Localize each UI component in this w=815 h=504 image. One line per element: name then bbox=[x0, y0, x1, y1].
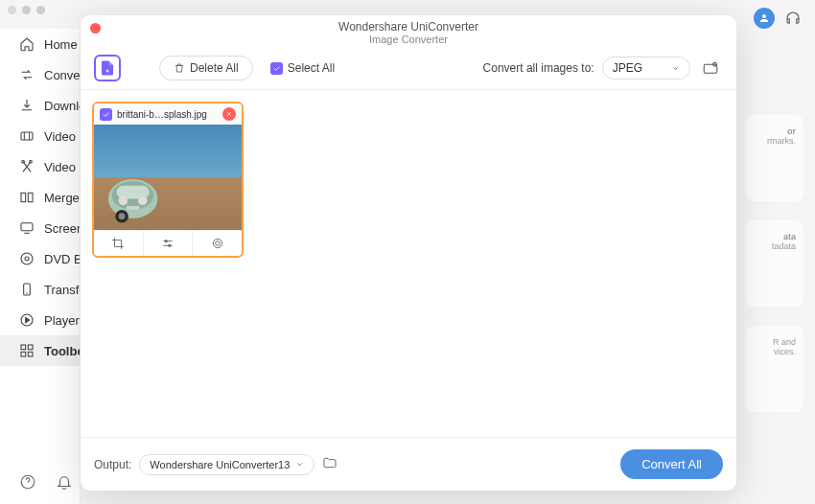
bell-icon[interactable] bbox=[56, 473, 73, 494]
convert-all-button[interactable]: Convert All bbox=[620, 449, 723, 479]
file-grid: brittani-b…splash.jpg bbox=[81, 90, 736, 437]
svg-point-6 bbox=[21, 253, 33, 264]
sidebar-item-screen[interactable]: Screen Recorder bbox=[0, 213, 80, 243]
settings-button[interactable] bbox=[698, 56, 723, 80]
bg-cards: orrmarks. atatadata R andvices. bbox=[746, 115, 803, 412]
select-all-label: Select All bbox=[288, 61, 335, 75]
remove-file-button[interactable] bbox=[222, 107, 236, 121]
svg-point-25 bbox=[165, 241, 167, 242]
sidebar: Home Convert Download Video Compressor V… bbox=[0, 29, 81, 504]
sidebar-label: Home bbox=[44, 37, 78, 52]
select-all-checkbox[interactable]: Select All bbox=[270, 61, 335, 75]
toolbar: Delete All Select All Convert all images… bbox=[81, 45, 736, 90]
svg-rect-10 bbox=[21, 345, 26, 350]
close-dot[interactable] bbox=[8, 6, 16, 14]
image-converter-modal: Wondershare UniConverter Image Converter… bbox=[81, 15, 736, 491]
chevron-down-icon bbox=[671, 64, 680, 73]
adjust-button[interactable] bbox=[143, 231, 193, 256]
svg-point-1 bbox=[22, 160, 25, 163]
sidebar-item-compressor[interactable]: Video Compressor bbox=[0, 121, 80, 151]
sidebar-label: DVD Burner bbox=[44, 252, 80, 266]
sidebar-label: Merger bbox=[44, 191, 80, 205]
effect-button[interactable] bbox=[192, 231, 242, 256]
svg-rect-12 bbox=[21, 352, 26, 356]
zoom-dot[interactable] bbox=[36, 6, 45, 14]
crop-button[interactable] bbox=[94, 231, 143, 256]
svg-point-28 bbox=[213, 239, 221, 247]
bottom-bar: Output: Wondershare UniConverter13 Conve… bbox=[81, 437, 736, 491]
svg-point-2 bbox=[30, 160, 33, 163]
svg-point-23 bbox=[138, 196, 148, 206]
output-path-value: Wondershare UniConverter13 bbox=[150, 459, 290, 470]
delete-all-button[interactable]: Delete All bbox=[159, 56, 253, 80]
svg-rect-4 bbox=[28, 193, 33, 201]
sidebar-item-transfer[interactable]: Transfer bbox=[0, 274, 80, 305]
delete-label: Delete All bbox=[190, 61, 239, 75]
file-thumbnail bbox=[94, 125, 242, 230]
sidebar-item-home[interactable]: Home bbox=[0, 29, 80, 59]
modal-title: Wondershare UniConverter bbox=[81, 15, 736, 34]
svg-rect-0 bbox=[21, 132, 33, 140]
sidebar-item-merger[interactable]: Merger bbox=[0, 182, 80, 213]
file-card[interactable]: brittani-b…splash.jpg bbox=[92, 102, 244, 258]
chevron-down-icon bbox=[295, 460, 304, 469]
sidebar-label: Video Compressor bbox=[44, 129, 80, 144]
sidebar-item-player[interactable]: Player bbox=[0, 305, 80, 335]
format-select[interactable]: JPEG bbox=[602, 57, 690, 80]
minimize-dot[interactable] bbox=[22, 6, 31, 14]
svg-point-26 bbox=[169, 244, 171, 246]
sidebar-label: Transfer bbox=[44, 283, 80, 297]
sidebar-item-convert[interactable]: Convert bbox=[0, 59, 80, 90]
user-avatar[interactable] bbox=[754, 8, 775, 29]
sidebar-item-editor[interactable]: Video Editor bbox=[0, 151, 80, 182]
sidebar-label: Convert bbox=[44, 68, 80, 82]
output-path-select[interactable]: Wondershare UniConverter13 bbox=[139, 454, 314, 475]
open-folder-button[interactable] bbox=[322, 455, 338, 474]
output-label: Output: bbox=[94, 458, 131, 471]
sidebar-item-toolbox[interactable]: Toolbox bbox=[0, 335, 80, 366]
sidebar-item-download[interactable]: Download bbox=[0, 90, 80, 121]
close-icon[interactable] bbox=[90, 23, 101, 34]
file-checkbox[interactable] bbox=[100, 108, 112, 121]
support-icon[interactable] bbox=[784, 10, 802, 31]
add-file-button[interactable] bbox=[94, 55, 121, 81]
modal-subtitle: Image Converter bbox=[81, 34, 736, 45]
sidebar-label: Video Editor bbox=[44, 160, 80, 174]
svg-rect-13 bbox=[28, 352, 33, 356]
svg-rect-5 bbox=[21, 223, 33, 231]
sidebar-label: Player bbox=[44, 313, 80, 328]
svg-point-22 bbox=[119, 196, 128, 206]
svg-point-21 bbox=[119, 213, 126, 219]
svg-rect-3 bbox=[21, 193, 26, 201]
sidebar-label: Screen Recorder bbox=[44, 221, 80, 236]
format-value: JPEG bbox=[613, 61, 642, 75]
convert-to-label: Convert all images to: bbox=[483, 61, 594, 75]
sidebar-label: Toolbox bbox=[44, 344, 80, 358]
svg-point-7 bbox=[25, 257, 29, 261]
file-name: brittani-b…splash.jpg bbox=[117, 109, 218, 120]
svg-rect-24 bbox=[127, 206, 140, 210]
help-icon[interactable] bbox=[19, 473, 36, 494]
svg-rect-11 bbox=[28, 345, 33, 350]
svg-point-27 bbox=[215, 241, 220, 246]
sidebar-label: Download bbox=[44, 99, 80, 113]
window-controls[interactable] bbox=[8, 6, 45, 14]
sidebar-item-dvd[interactable]: DVD Burner bbox=[0, 243, 80, 274]
